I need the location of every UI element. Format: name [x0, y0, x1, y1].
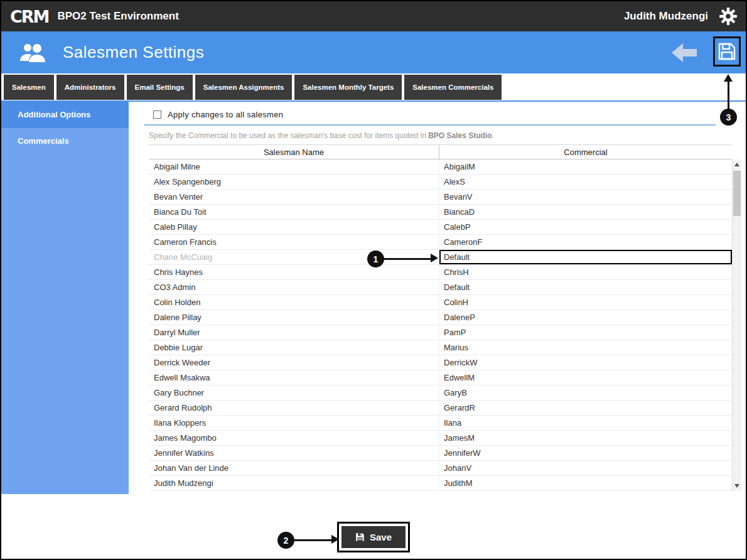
commercial-cell[interactable]: PamP — [439, 325, 732, 340]
column-header-commercial: Commercial — [439, 145, 732, 159]
salesman-name-cell: Bianca Du Toit — [149, 205, 439, 219]
content-body: Additional OptionsCommercials Apply chan… — [1, 102, 746, 494]
commercial-cell[interactable]: DaleneP — [439, 310, 732, 325]
save-button[interactable]: Save — [341, 526, 406, 548]
commercial-cell[interactable]: AbigailM — [439, 159, 732, 174]
commercial-cell[interactable]: BevanV — [439, 190, 732, 204]
sidebar: Additional OptionsCommercials — [1, 102, 129, 494]
commercial-cell[interactable]: JudithM — [439, 476, 732, 490]
table-row: Judith MudzengiJudithM — [149, 476, 732, 491]
table-row: Debbie LugarMarius — [149, 340, 732, 355]
tab-salesmen-assignments[interactable]: Salesmen Assignments — [195, 75, 293, 100]
footer-bar: Save — [1, 494, 746, 559]
scrollbar-thumb[interactable] — [733, 171, 741, 216]
commercial-cell[interactable]: Marius — [439, 340, 732, 355]
table-row: Derrick WeederDerrickW — [149, 355, 732, 370]
triangle-up-icon — [734, 163, 739, 166]
tab-salesmen-commercials[interactable]: Salesmen Commercials — [404, 75, 502, 100]
table-row: Caleb PillayCalebP — [149, 220, 732, 235]
tab-salesmen[interactable]: Salesmen — [4, 75, 54, 100]
table-row: Colin HoldenColinH — [149, 295, 732, 310]
table-scrollbar[interactable] — [732, 159, 741, 491]
commercial-cell[interactable]: GerardR — [439, 401, 732, 415]
table-row: Gary BuchnerGaryB — [149, 385, 732, 401]
tab-administrators[interactable]: Administrators — [56, 75, 124, 100]
annotation-3-circle: 3 — [720, 109, 737, 126]
app-window: CRM BPO2 Test Environment Judith Mudzeng… — [0, 0, 747, 560]
table-row: Gerard RudolphGerardR — [149, 401, 732, 416]
annotation-2-arrow-line — [294, 539, 333, 541]
salesman-name-cell: Chane McCuaig — [149, 250, 439, 264]
table-row: Darryl MullerPamP — [149, 325, 732, 340]
salesman-name-cell: Derrick Weeder — [149, 355, 439, 370]
header-save-icon[interactable] — [713, 36, 741, 67]
table-row: CO3 AdminDefault — [149, 280, 732, 295]
table-row: Cameron FrancisCameronF — [149, 235, 732, 250]
annotation-3-arrow-head — [724, 74, 733, 82]
table-row: Chris HaynesChrisH — [149, 265, 732, 280]
commercial-cell[interactable]: CalebP — [439, 220, 732, 234]
instruction-suffix: . — [492, 131, 494, 140]
tab-salesmen-monthly-targets[interactable]: Salesmen Monthly Targets — [294, 75, 402, 100]
commercial-cell[interactable]: BiancaD — [439, 205, 732, 219]
scrollbar-down-button[interactable] — [733, 481, 741, 491]
annotation-1-circle: 1 — [367, 250, 384, 267]
salesman-name-cell: Edwell Msakwa — [149, 370, 439, 385]
gear-icon[interactable] — [719, 8, 737, 25]
apply-all-bar: Apply changes to all salesmen — [144, 105, 716, 126]
commercial-cell[interactable]: AlexS — [439, 175, 732, 189]
commercial-cell[interactable]: Ilana — [439, 416, 732, 430]
commercial-cell[interactable]: DerrickW — [439, 355, 732, 370]
instruction-product-name: BPO Sales Studio — [428, 131, 492, 140]
apply-all-checkbox[interactable] — [153, 110, 161, 119]
table-row: Alex SpangenbergAlexS — [149, 175, 732, 190]
logged-in-user: Judith Mudzengi — [624, 10, 708, 23]
table-row: Johan Van der LindeJohanV — [149, 461, 732, 476]
table-row: Dalene PillayDaleneP — [149, 310, 732, 325]
scrollbar-up-button[interactable] — [733, 159, 741, 170]
salesman-name-cell: Cameron Francis — [149, 235, 439, 249]
table-row: Abigail MilneAbigailM — [149, 159, 732, 175]
annotation-1-arrow-line — [383, 258, 431, 260]
salesman-name-cell: Johan Van der Linde — [149, 461, 439, 475]
salesman-name-cell: Chris Haynes — [149, 265, 439, 279]
annotation-2-circle: 2 — [277, 532, 294, 549]
floppy-disk-icon — [355, 532, 365, 542]
instruction-prefix: Specify the Commercial to be used as the… — [149, 131, 428, 140]
commercial-cell[interactable]: JohanV — [439, 461, 732, 475]
commercial-cell[interactable]: ChrisH — [439, 265, 732, 279]
table-row: Jennifer WatkinsJenniferW — [149, 446, 732, 461]
commercial-cell[interactable]: ColinH — [439, 295, 732, 310]
salesman-name-cell: Caleb Pillay — [149, 220, 439, 234]
commercial-cell[interactable]: JenniferW — [439, 446, 732, 460]
save-button-label: Save — [370, 532, 392, 542]
page-title: Salesmen Settings — [63, 43, 204, 62]
commercial-cell[interactable]: GaryB — [439, 385, 732, 400]
annotation-2-arrow-head — [331, 535, 339, 544]
commercial-cell[interactable]: JamesM — [439, 431, 732, 445]
table-row: Chane McCuaigDefault — [149, 250, 732, 265]
commercial-cell-chane-mccuaig[interactable]: Default — [439, 250, 732, 264]
floppy-disk-icon — [717, 41, 737, 62]
sidebar-item-commercials[interactable]: Commercials — [1, 128, 129, 154]
table-row: Bianca Du ToitBiancaD — [149, 205, 732, 220]
salesman-name-cell: Dalene Pillay — [149, 310, 439, 325]
crm-logo: CRM — [10, 7, 48, 26]
save-button-highlight-box: Save — [337, 522, 410, 552]
main-panel: Apply changes to all salesmen Specify th… — [129, 102, 746, 494]
commercial-cell[interactable]: EdwellM — [439, 370, 732, 385]
back-arrow-icon[interactable] — [670, 42, 698, 66]
salesman-name-cell: CO3 Admin — [149, 280, 439, 294]
salesman-name-cell: Jennifer Watkins — [149, 446, 439, 460]
salesman-name-cell: Debbie Lugar — [149, 340, 439, 355]
commercial-cell[interactable]: CameronF — [439, 235, 732, 249]
top-bar: CRM BPO2 Test Environment Judith Mudzeng… — [1, 1, 746, 31]
salesman-name-cell: Gerard Rudolph — [149, 401, 439, 415]
column-header-salesman-name: Salesman Name — [149, 145, 439, 159]
sidebar-item-additional-options[interactable]: Additional Options — [1, 102, 129, 128]
commercial-cell[interactable]: Default — [439, 280, 732, 294]
page-header: Salesmen Settings — [1, 31, 746, 73]
salesman-name-cell: Ilana Kloppers — [149, 416, 439, 430]
environment-title: BPO2 Test Environment — [57, 10, 178, 23]
tab-email-settings[interactable]: Email Settings — [127, 75, 193, 100]
